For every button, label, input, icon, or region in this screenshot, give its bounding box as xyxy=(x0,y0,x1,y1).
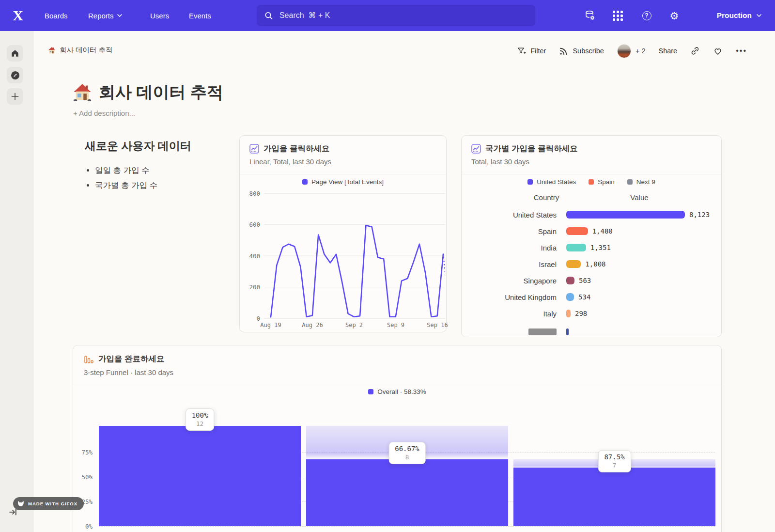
column-header-value[interactable]: Value xyxy=(613,193,666,202)
subscribe-button[interactable]: Subscribe xyxy=(559,47,604,56)
favorite-button[interactable] xyxy=(713,46,723,56)
legend-item[interactable]: United States xyxy=(527,178,576,186)
more-options-button[interactable]: ••• xyxy=(736,47,747,55)
x-tick: Sep 16 xyxy=(423,322,452,329)
step-count: 8 xyxy=(395,454,419,461)
discover-button[interactable] xyxy=(7,67,23,83)
table-row[interactable]: Italy 298 xyxy=(462,305,721,322)
step-count: 7 xyxy=(604,462,624,469)
ellipsis-icon: ••• xyxy=(736,47,747,55)
country-bar[interactable] xyxy=(566,211,685,219)
text-widget-bullet: 국가별 총 가입 수 xyxy=(95,180,157,191)
divider xyxy=(462,174,721,174)
project-switcher[interactable]: Prouction xyxy=(717,0,761,31)
card-subtitle: Total, last 30 days xyxy=(471,157,529,166)
search-input[interactable] xyxy=(279,11,527,20)
country-bar[interactable] xyxy=(566,227,588,235)
country-value: 1,008 xyxy=(585,260,605,268)
country-label: Italy xyxy=(462,310,557,318)
breadcrumb[interactable]: 회사 데이터 추적 xyxy=(48,46,113,55)
line-plot[interactable] xyxy=(264,193,445,320)
mixpanel-logo[interactable]: X xyxy=(10,7,26,24)
card-title[interactable]: 가입을 클릭하세요 xyxy=(264,143,330,154)
nav-item-boards[interactable]: Boards xyxy=(45,0,68,31)
country-bar[interactable] xyxy=(566,310,571,317)
funnel-step-tooltip: 87.5% 7 xyxy=(598,450,631,472)
x-tick: Sep 9 xyxy=(381,322,410,329)
nav-item-users[interactable]: Users xyxy=(150,0,169,31)
filter-button[interactable]: Filter xyxy=(517,47,546,56)
y-tick: 600 xyxy=(242,221,260,228)
line-series-incomplete xyxy=(443,254,445,304)
country-label: Singapore xyxy=(462,277,557,285)
add-description[interactable]: + Add description... xyxy=(73,109,135,117)
step-count: 12 xyxy=(192,420,208,427)
card-title[interactable]: 국가별 가입을 클릭하세요 xyxy=(485,143,578,154)
collaborator-avatar xyxy=(617,44,631,58)
nav-item-events[interactable]: Events xyxy=(189,0,211,31)
add-board-button[interactable] xyxy=(7,88,23,105)
table-row[interactable]: Singapore 563 xyxy=(462,272,721,289)
collaborators[interactable]: + 2 xyxy=(617,44,646,58)
compass-icon xyxy=(11,71,20,80)
y-tick: 0% xyxy=(74,523,93,530)
funnel-chart-card[interactable]: 가입을 완료하세요 3-step Funnel · last 30 days O… xyxy=(73,345,722,532)
board-title[interactable]: 회사 데이터 추적 xyxy=(73,81,223,104)
chevron-down-icon xyxy=(117,14,122,17)
country-value: 8,123 xyxy=(689,211,710,219)
table-row[interactable]: Spain 1,480 xyxy=(462,223,721,239)
line-chart-card[interactable]: 가입을 클릭하세요 Linear, Total, last 30 days Pa… xyxy=(239,135,447,332)
column-header-country[interactable]: Country xyxy=(520,193,573,202)
country-bar[interactable] xyxy=(566,260,581,268)
legend-item[interactable]: Next 9 xyxy=(627,178,655,186)
country-bar[interactable] xyxy=(566,244,586,251)
legend-label: Next 9 xyxy=(636,178,655,186)
table-row[interactable]: India 1,351 xyxy=(462,239,721,256)
table-row[interactable]: Israel 1,008 xyxy=(462,256,721,272)
country-value: 534 xyxy=(578,293,590,301)
country-bar[interactable] xyxy=(566,277,574,284)
y-tick: 200 xyxy=(242,283,260,291)
gifox-badge[interactable]: MADE WITH GIFOX xyxy=(13,497,84,510)
table-row[interactable]: United Kingdom 534 xyxy=(462,289,721,305)
funnel-bar[interactable] xyxy=(306,459,508,526)
line-series xyxy=(271,225,443,317)
help-icon[interactable]: ? xyxy=(641,10,652,21)
country-value: 563 xyxy=(579,277,591,284)
apps-grid-icon[interactable] xyxy=(612,10,623,21)
x-tick: Sep 2 xyxy=(340,322,369,329)
table-row[interactable]: United States 8,123 xyxy=(462,206,721,223)
legend-swatch xyxy=(368,389,373,394)
funnel-bar[interactable] xyxy=(99,426,301,526)
conversion-pct: 66.67% xyxy=(395,445,419,453)
data-management-icon[interactable] xyxy=(584,10,596,21)
settings-gear-icon[interactable]: ⚙ xyxy=(668,10,680,21)
house-emoji-icon xyxy=(73,83,92,102)
share-label: Share xyxy=(658,47,677,55)
home-icon xyxy=(11,49,19,58)
country-bar-card[interactable]: 국가별 가입을 클릭하세요 Total, last 30 days United… xyxy=(461,135,722,337)
legend-item[interactable]: Page View [Total Events] xyxy=(302,178,384,186)
funnel-bar[interactable] xyxy=(513,468,715,526)
legend-swatch xyxy=(527,179,533,185)
share-button[interactable]: Share xyxy=(658,47,677,55)
y-tick: 0 xyxy=(242,315,260,322)
legend-item[interactable]: Spain xyxy=(589,178,615,186)
house-emoji-icon xyxy=(48,47,56,54)
funnel-step-tooltip: 66.67% 8 xyxy=(388,442,426,464)
nav-item-reports[interactable]: Reports xyxy=(88,0,122,31)
legend-item[interactable]: Overall · 58.33% xyxy=(368,388,426,395)
card-subtitle: 3-step Funnel · last 30 days xyxy=(84,368,173,376)
nav-label-events: Events xyxy=(189,12,211,20)
funnel-step-tooltip: 100% 12 xyxy=(186,408,215,431)
divider xyxy=(73,384,721,384)
home-button[interactable] xyxy=(7,45,23,62)
country-value: 298 xyxy=(575,310,587,317)
global-search[interactable] xyxy=(257,5,535,26)
board-title-text: 회사 데이터 추적 xyxy=(99,81,223,104)
line-legend: Page View [Total Events] xyxy=(240,178,446,186)
card-title[interactable]: 가입을 완료하세요 xyxy=(98,354,165,364)
y-tick: 400 xyxy=(242,252,260,260)
copy-link-button[interactable] xyxy=(690,46,700,56)
country-bar[interactable] xyxy=(566,293,574,301)
